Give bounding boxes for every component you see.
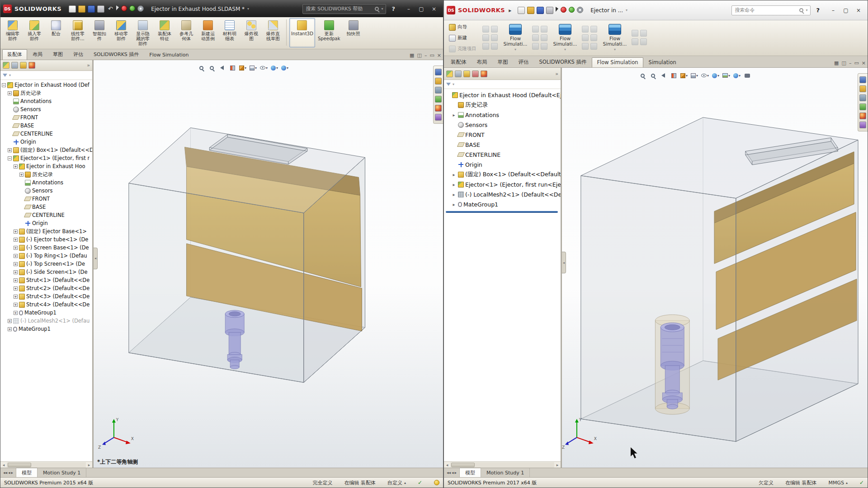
zoom-area-icon[interactable] [648,71,657,80]
expand-arrow-icon[interactable]: ▸ [451,172,457,177]
flow-tool-icon[interactable] [632,38,638,45]
print-icon[interactable] [546,7,553,14]
tree-item[interactable]: ▸(固定) Box<1> (Default<<Default>_ [444,169,561,179]
expand-icon[interactable]: + [14,270,18,274]
expand-icon[interactable]: + [14,311,18,315]
reference-geometry-button[interactable]: 参考几 何体 [176,18,197,47]
tree-item[interactable]: −Ejector<1> (Ejector, first r [0,154,92,162]
scroll-prev-icon[interactable]: ◂ [8,470,10,475]
custom-properties-icon[interactable] [859,122,866,128]
zoom-fit-icon[interactable] [197,63,206,72]
filter-icon[interactable] [446,83,451,86]
chevron-down-icon[interactable]: ▾ [626,8,627,12]
view-orientation-icon[interactable]: ▾ [679,71,689,80]
flow-tool-icon[interactable] [582,43,589,50]
tree-item[interactable]: +(-) LocalMesh2<1> (Defau [0,317,92,325]
dimxpert-manager-icon[interactable] [472,70,479,77]
chevron-down-icon[interactable]: ▾ [453,82,454,86]
expand-icon[interactable]: + [14,295,18,299]
rollback-bar[interactable] [446,211,558,213]
status-check-icon[interactable]: ✓ [418,479,422,486]
pane-grid-icon[interactable]: ▦ [410,52,414,58]
right-graphics-viewport[interactable]: Y X Z ▾▾▾▾▾▾ ◂ [562,68,868,468]
flow-tool-icon[interactable] [491,26,498,33]
select-icon[interactable] [116,5,119,10]
tree-item[interactable]: Origin [0,138,92,146]
help-icon[interactable]: ? [813,7,822,14]
tree-item[interactable]: ▸(-) LocalMesh2<1> (Default<<Defa [444,189,561,199]
display-style-icon[interactable]: ▾ [690,71,699,80]
tree-item[interactable]: Sensors [444,120,561,130]
minimize-button[interactable]: – [402,5,415,14]
settings-icon[interactable] [577,7,583,13]
flow-tool-icon[interactable] [541,43,547,50]
file-explorer-icon[interactable] [859,94,866,101]
tree-item[interactable]: +(固定) Ejector Base<1> [0,227,92,235]
scroll-left-icon[interactable]: ◂ [444,463,450,467]
tree-item[interactable]: +Strut<3> (Default<<De [0,292,92,300]
bom-button[interactable]: 材料明 细表 [219,18,240,47]
tab-装配体[interactable]: 装配体 [446,57,472,67]
configuration-manager-icon[interactable] [463,70,470,77]
insert-component-button[interactable]: 插入零 部件 [24,18,45,47]
expand-icon[interactable]: + [14,262,18,266]
flow-tool-icon[interactable] [590,34,597,41]
file-explorer-icon[interactable] [435,87,442,94]
tree-item[interactable]: +MateGroup1 [0,325,92,333]
flow-tool-icon[interactable] [590,26,597,33]
property-manager-icon[interactable] [455,70,462,77]
scrollbar-thumb[interactable] [8,463,31,467]
panel-collapse-handle[interactable]: ◂ [562,252,566,273]
tab-Flow Simulation[interactable]: Flow Simulation [592,57,643,67]
chevron-down-icon[interactable]: ▾ [381,7,383,11]
resources-home-icon[interactable] [435,69,442,75]
scroll-left-icon[interactable]: ◂ [0,463,7,467]
expand-icon[interactable]: + [8,319,12,323]
tree-item[interactable]: BASE [0,203,92,211]
restore-button[interactable]: ▢ [415,5,428,14]
flow-tool-icon[interactable] [482,34,489,41]
view-palette-icon[interactable] [859,103,866,110]
panel-chevron-icon[interactable]: » [87,62,90,68]
expand-arrow-icon[interactable]: ▸ [451,113,457,117]
expand-icon[interactable]: + [8,91,12,95]
tree-horizontal-scrollbar[interactable]: ◂ ▸ [444,461,561,468]
move-component-button[interactable]: 移动零 部件 [111,18,132,47]
feature-manager-icon[interactable] [446,70,453,77]
feature-manager-icon[interactable] [3,62,9,69]
flow-tool-icon[interactable] [532,43,539,50]
settings-icon[interactable] [137,5,144,12]
flow-tool-icon[interactable] [532,34,539,41]
units-selector[interactable]: 自定义 ▴ [387,479,406,486]
scroll-right-icon[interactable]: ▸ [86,463,92,467]
expand-icon[interactable]: + [14,246,18,250]
tree-item[interactable]: Origin [444,160,561,169]
tree-item[interactable]: +历史记录 [0,89,92,97]
tree-horizontal-scrollbar[interactable]: ◂ ▸ [0,461,92,468]
expand-icon[interactable]: + [14,164,18,169]
doc-tab-Motion Study 1[interactable]: Motion Study 1 [38,468,86,477]
scrollbar-track[interactable] [450,462,554,468]
tab-Simulation[interactable]: Simulation [644,57,681,67]
section-view-icon[interactable] [669,71,678,80]
expand-menu-icon[interactable]: ▸ [509,7,511,14]
flow-tool-icon[interactable] [582,34,589,41]
chevron-down-icon[interactable]: ▾ [247,7,249,11]
help-search-input[interactable]: 搜索 SOLIDWORKS 帮助 ▾ [302,4,386,14]
tree-item[interactable]: BASE [444,140,561,150]
smart-fastener-button[interactable]: 智能扣 件 [89,18,110,47]
tree-item[interactable]: ▸Annotations [444,110,561,120]
flow-simulation-button[interactable]: Flow Simulati...▾ [501,22,529,54]
expand-icon[interactable]: + [19,173,24,177]
tree-item[interactable]: +Strut<2> (Default<<De [0,284,92,292]
zoom-fit-icon[interactable] [638,71,647,80]
expand-icon[interactable]: + [14,286,18,291]
units-selector[interactable]: MMGS ▴ [828,480,848,486]
scroll-next-icon[interactable]: ▸ [455,470,457,475]
tab-Flow Simulation[interactable]: Flow Simulation [144,50,193,60]
doc-close-icon[interactable]: × [862,60,866,66]
design-library-icon[interactable] [435,78,442,84]
maximize-button[interactable]: ▢ [840,6,852,15]
flow-tool-icon[interactable] [632,30,638,37]
tree-item[interactable]: +历史记录 [0,170,92,178]
